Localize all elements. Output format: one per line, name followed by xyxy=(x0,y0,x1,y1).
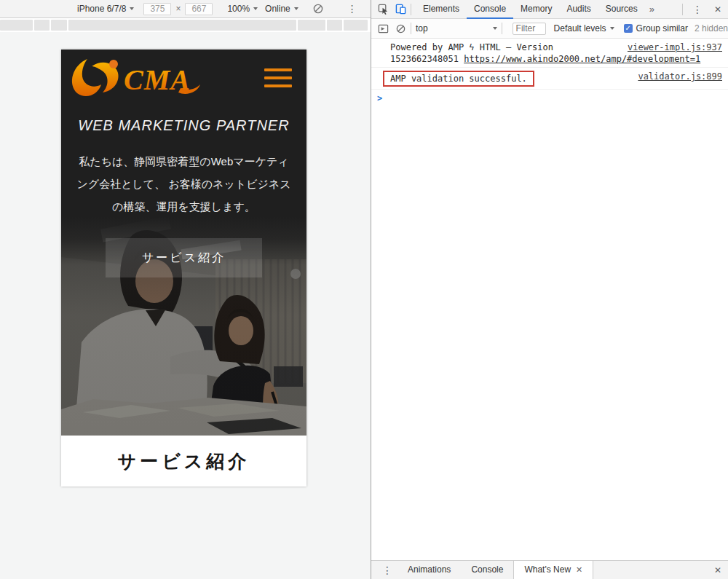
message-url-link[interactable]: https://www.akindo2000.net/amp/#developm… xyxy=(464,54,700,64)
inspect-element-icon[interactable] xyxy=(378,4,389,15)
drawer-tab-whats-new[interactable]: What's New ✕ xyxy=(513,561,593,579)
tab-audits[interactable]: Audits xyxy=(559,0,598,18)
emulation-canvas: CMA WEB MARKETING PARTNER 私たちは、静岡県密着型のWe… xyxy=(0,32,371,579)
devtools-drawer-tabbar: ⋮ Animations Console What's New ✕ ✕ xyxy=(371,560,728,579)
group-similar-label: Group similar xyxy=(636,23,688,34)
device-toolbar: iPhone 6/7/8 × 100% Online ⋮ xyxy=(0,0,371,18)
execution-context-select[interactable]: top xyxy=(416,23,497,34)
prompt-chevron-icon: > xyxy=(377,93,382,103)
divider xyxy=(411,23,411,34)
console-message-powered-by-amp: viewer-impl.js:937 Powered by AMP ϟ HTML… xyxy=(371,39,728,68)
toggle-device-toolbar-icon[interactable] xyxy=(395,4,406,15)
media-query-segment[interactable] xyxy=(68,20,296,31)
cma-logo[interactable]: CMA xyxy=(66,55,201,100)
tab-console[interactable]: Console xyxy=(467,0,513,19)
divider xyxy=(682,4,683,15)
drawer-tab-animations[interactable]: Animations xyxy=(397,561,461,579)
device-emulation-pane: iPhone 6/7/8 × 100% Online ⋮ xyxy=(0,0,371,579)
device-height-input[interactable] xyxy=(185,3,213,15)
close-tab-icon[interactable]: ✕ xyxy=(576,561,582,579)
console-prompt[interactable]: > xyxy=(371,90,728,103)
network-throttle-select[interactable]: Online xyxy=(265,4,290,14)
drawer-tab-label: What's New xyxy=(524,561,571,579)
device-toolbar-menu-icon[interactable]: ⋮ xyxy=(347,3,357,15)
site-tagline: WEB MARKETING PARTNER xyxy=(61,117,306,134)
red-highlight-annotation: AMP validation successful. xyxy=(383,71,534,87)
message-text: AMP validation successful. xyxy=(390,74,527,84)
chevron-down-icon xyxy=(493,27,497,30)
rotate-icon[interactable] xyxy=(312,3,324,15)
console-filter-input[interactable] xyxy=(513,23,546,35)
media-query-segment[interactable] xyxy=(327,20,342,31)
chrome-devtools-window: iPhone 6/7/8 × 100% Online ⋮ xyxy=(0,0,728,579)
devtools-tabbar: Elements Console Memory Audits Sources »… xyxy=(371,0,728,19)
console-toolbar: top Default levels ✓ Group similar 2 hid… xyxy=(371,19,728,39)
source-link[interactable]: validator.js:899 xyxy=(638,71,722,82)
media-query-segment[interactable] xyxy=(0,20,33,31)
hamburger-menu-icon[interactable] xyxy=(264,68,292,92)
zoom-select[interactable]: 100% xyxy=(227,4,250,14)
services-cta-button[interactable]: サービス紹介 xyxy=(106,238,262,277)
devtools-close-icon[interactable]: ✕ xyxy=(708,4,728,15)
site-hero-section: CMA WEB MARKETING PARTNER 私たちは、静岡県密着型のWe… xyxy=(61,50,306,436)
hidden-messages-count: 2 hidden xyxy=(695,23,728,34)
execution-context-value: top xyxy=(416,23,428,34)
drawer-tab-console[interactable]: Console xyxy=(461,561,513,579)
divider xyxy=(411,4,411,15)
divider xyxy=(502,23,502,34)
more-tabs-icon[interactable]: » xyxy=(645,4,659,15)
console-message-amp-validation: validator.js:899 AMP validation successf… xyxy=(371,68,728,90)
site-header: CMA xyxy=(61,50,306,100)
console-messages: viewer-impl.js:937 Powered by AMP ϟ HTML… xyxy=(371,39,728,560)
chevron-down-icon xyxy=(610,27,614,30)
drawer-menu-icon[interactable]: ⋮ xyxy=(377,564,397,576)
console-sidebar-toggle-icon[interactable] xyxy=(378,23,389,34)
media-query-segment[interactable] xyxy=(51,20,67,31)
clear-console-icon[interactable] xyxy=(395,23,406,34)
chevron-down-icon xyxy=(130,7,134,10)
devtools-menu-icon[interactable]: ⋮ xyxy=(687,4,708,15)
chevron-down-icon xyxy=(294,7,298,10)
source-link[interactable]: viewer-impl.js:937 xyxy=(628,42,722,53)
group-similar-checkbox[interactable]: ✓ xyxy=(624,24,633,33)
media-query-segment[interactable] xyxy=(344,20,368,31)
media-query-bar[interactable] xyxy=(0,18,371,32)
services-section: サービス紹介 xyxy=(61,436,306,487)
log-levels-select[interactable]: Default levels xyxy=(554,23,606,34)
tab-sources[interactable]: Sources xyxy=(598,0,645,18)
media-query-segment[interactable] xyxy=(298,20,325,31)
tab-memory[interactable]: Memory xyxy=(513,0,559,18)
tab-elements[interactable]: Elements xyxy=(416,0,467,18)
device-width-input[interactable] xyxy=(143,3,171,15)
drawer-close-icon[interactable]: ✕ xyxy=(708,565,728,575)
dimension-separator: × xyxy=(175,4,181,14)
services-section-title: サービス紹介 xyxy=(118,449,250,473)
devtools-pane: Elements Console Memory Audits Sources »… xyxy=(371,0,728,579)
site-lead-paragraph: 私たちは、静岡県密着型のWebマーケティング会社として、 お客様のネットビジネス… xyxy=(74,150,294,218)
device-viewport: CMA WEB MARKETING PARTNER 私たちは、静岡県密着型のWe… xyxy=(61,50,306,487)
chevron-down-icon xyxy=(253,7,258,10)
device-select[interactable]: iPhone 6/7/8 xyxy=(77,4,126,14)
media-query-segment[interactable] xyxy=(34,20,50,31)
